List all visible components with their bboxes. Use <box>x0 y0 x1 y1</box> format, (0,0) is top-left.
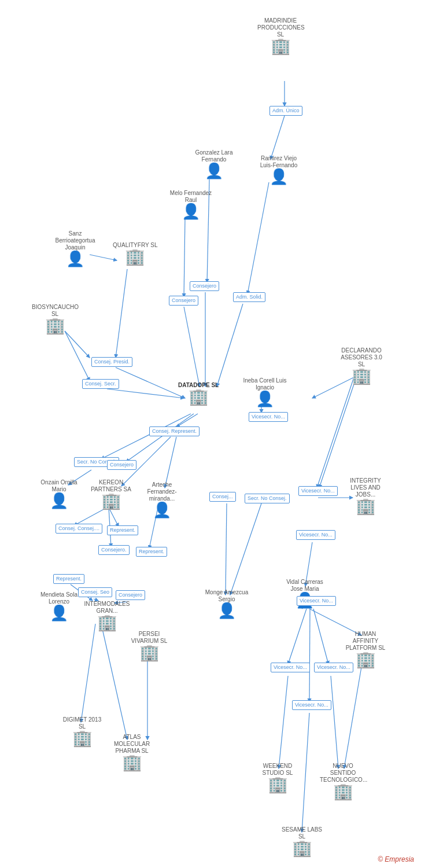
node-vicesecr1: Vicesecr. No... <box>249 412 288 422</box>
declarando-icon: 🏢 <box>352 368 372 384</box>
node-sanz: Sanz Berrioategortua Joaquin 👤 <box>52 230 98 266</box>
svg-line-41 <box>279 676 288 768</box>
ramirez-icon: 👤 <box>269 169 288 184</box>
svg-line-46 <box>309 609 310 702</box>
node-weekend: WEEKEND STUDIO SL 🏢 <box>254 763 301 793</box>
node-ineba: Ineba Corell Luis Ignacio 👤 <box>242 377 288 406</box>
svg-line-24 <box>74 507 107 525</box>
monge-icon: 👤 <box>217 603 236 618</box>
svg-line-22 <box>126 414 194 462</box>
node-melo: Melo Fernandez Raul 👤 <box>168 190 214 219</box>
datadope-icon: 🏢 <box>189 389 209 405</box>
qualityfry-icon: 🏢 <box>125 249 145 265</box>
madrindie-icon: 🏢 <box>271 38 291 54</box>
sanz-icon: 👤 <box>66 251 84 266</box>
node-kereon: KEREON PARTNERS SA 🏢 <box>88 479 134 509</box>
svg-line-35 <box>230 503 261 595</box>
melo-icon: 👤 <box>182 204 200 219</box>
sesame-icon: 🏢 <box>292 840 312 856</box>
svg-line-5 <box>184 217 185 297</box>
node-represent2: Represent. <box>136 547 167 557</box>
node-adm-solid: Adm. Solid. <box>233 292 265 302</box>
integrity-icon: 🏢 <box>356 498 376 514</box>
graph-container: MADRINDIE PRODUCCIONES SL 🏢 Adm. Único G… <box>0 0 421 868</box>
node-secr-no-consej2: Secr. No Consej. <box>245 494 290 503</box>
node-consej-consej3: Consej... <box>209 492 236 502</box>
svg-line-12 <box>65 331 90 381</box>
svg-line-45 <box>313 609 328 664</box>
gonzalez-icon: 👤 <box>205 163 223 178</box>
svg-line-4 <box>248 182 269 294</box>
node-ramirez: Ramirez Viejo Luis-Fernando 👤 <box>256 155 302 184</box>
node-vicesecr5: Vicesecr. No... <box>271 663 310 672</box>
node-madrindie: MADRINDIE PRODUCCIONES SL 🏢 <box>257 17 304 54</box>
node-consej-represent1: Consej. Represent. <box>149 426 200 436</box>
svg-line-31 <box>81 624 95 722</box>
node-digimet: DIGIMET 2013 SL 🏢 <box>59 716 105 746</box>
node-vicesecr6: Vicesecr. No... <box>314 663 353 672</box>
svg-line-8 <box>184 307 200 387</box>
node-vicesecr2: Vicesecr. No... <box>298 486 338 496</box>
node-integrity: INTEGRITY LIVES AND JOBS... 🏢 <box>342 477 389 514</box>
intermodales-icon: 🏢 <box>97 615 117 631</box>
svg-line-25 <box>109 507 119 527</box>
svg-line-14 <box>107 389 184 398</box>
digimet-icon: 🏢 <box>72 730 93 746</box>
svg-line-21 <box>101 414 191 459</box>
svg-line-7 <box>217 304 243 387</box>
node-consej-secr: Consej. Secr. <box>82 379 119 389</box>
node-consej-seo: Consej. Seo <box>78 587 112 597</box>
atlas-icon: 🏢 <box>122 755 142 771</box>
svg-line-20 <box>165 437 176 488</box>
mendieta-icon: 👤 <box>50 605 68 620</box>
node-persei: PERSEI VIVARIUM SL 🏢 <box>126 631 172 661</box>
node-represent3: Represent. <box>53 574 84 584</box>
arteche-icon: 👤 <box>153 502 171 517</box>
ineba-icon: 👤 <box>256 391 274 406</box>
node-consejero5: Consejero <box>116 590 145 600</box>
persei-icon: 🏢 <box>139 645 160 661</box>
node-qualityfry: QUALITYFRY SL 🏢 <box>113 242 157 265</box>
weekend-icon: 🏢 <box>268 777 288 793</box>
node-adm-unico: Adm. Único <box>269 106 302 116</box>
node-vicesecr4: Vicesecr. No... <box>297 596 336 606</box>
node-nuevo-sentido: NUEVO SENTIDO TECNOLOGICO... 🏢 <box>320 763 366 800</box>
node-consejero1: Consejero <box>190 281 219 291</box>
svg-line-43 <box>302 713 309 832</box>
svg-line-10 <box>116 269 127 358</box>
human-affinity-icon: 🏢 <box>356 652 376 668</box>
node-represent1: Represent. <box>107 525 138 535</box>
node-arteche: Arteche Fernandez-miranda... 👤 <box>139 481 185 517</box>
svg-line-44 <box>288 609 306 664</box>
svg-line-2 <box>271 116 285 159</box>
node-mendieta: Mendieta Sola Lorenzo 👤 <box>36 591 82 620</box>
node-consejero2: Consejero <box>169 296 198 306</box>
node-intermodales: INTERMODALES GRAN... 🏢 <box>84 601 130 631</box>
node-sesame: SESAME LABS SL 🏢 <box>279 826 325 856</box>
svg-line-13 <box>116 367 185 398</box>
biosyncaucho-icon: 🏢 <box>45 318 65 334</box>
node-consej-consej2: Consej. Consej.... <box>56 524 102 534</box>
node-monge: Monge Amezcua Sergio 👤 <box>204 589 250 618</box>
node-vicesecr3: Vicesecr. No... <box>296 530 335 540</box>
svg-line-47 <box>344 657 363 768</box>
svg-line-42 <box>331 676 338 768</box>
node-biosyncaucho: BIOSYNCAUCHO SL 🏢 <box>32 304 78 334</box>
watermark: © Empresia <box>378 855 414 863</box>
node-atlas: ATLAS MOLECULAR PHARMA SL 🏢 <box>109 734 155 771</box>
svg-line-11 <box>65 331 90 358</box>
svg-line-37 <box>319 379 356 488</box>
node-onzain: Onzain Ornilla Mario 👤 <box>36 479 82 508</box>
nuevo-sentido-icon: 🏢 <box>333 784 353 800</box>
node-gonzalez: Gonzalez Lara Fernando 👤 <box>191 149 237 178</box>
node-vicesecr7: Vicesecr. No... <box>292 700 331 710</box>
node-consejero3: Consejero <box>107 460 136 470</box>
node-datadope: DATADOPE SL 🏢 <box>178 382 219 405</box>
node-consej-presid: Consej. Presid. <box>91 357 132 367</box>
onzain-icon: 👤 <box>50 493 68 508</box>
svg-line-17 <box>317 377 354 488</box>
node-declarando: DECLARANDO ASESORES 3.0 SL 🏢 <box>338 347 385 384</box>
node-consejero4: Consejero. <box>98 545 130 555</box>
svg-line-34 <box>226 503 227 595</box>
svg-line-18 <box>176 414 198 427</box>
